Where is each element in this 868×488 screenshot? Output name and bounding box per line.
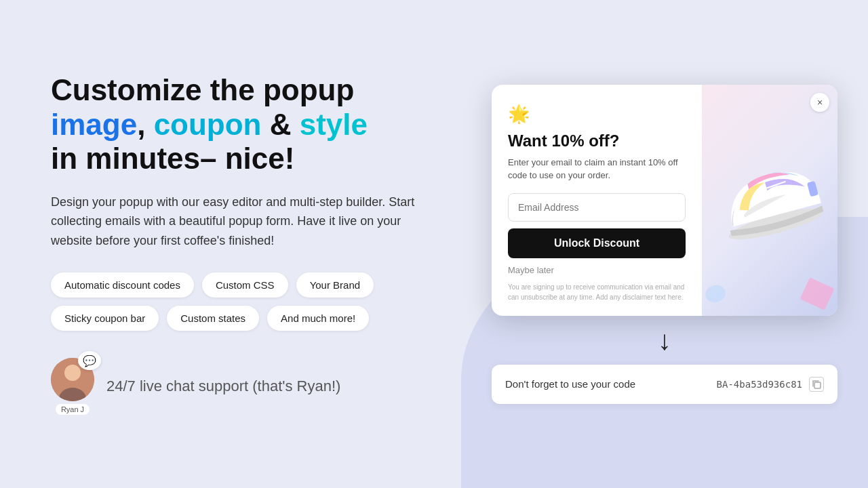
headline-and: & xyxy=(261,108,299,141)
popup-desc: Enter your email to claim an instant 10%… xyxy=(508,156,686,182)
tag-0: Automatic discount codes xyxy=(51,272,194,298)
tag-1: Custom CSS xyxy=(202,272,288,298)
avatar-label: Ryan J xyxy=(56,404,90,415)
popup-title: Want 10% off? xyxy=(508,131,686,150)
svg-rect-8 xyxy=(814,382,821,388)
headline-style: style xyxy=(300,108,368,141)
unlock-discount-button[interactable]: Unlock Discount xyxy=(508,228,686,258)
tag-5: And much more! xyxy=(267,306,369,331)
coupon-code-value: BA-4ba53d936c81 xyxy=(717,379,802,390)
tag-2: Your Brand xyxy=(296,272,374,298)
sneaker-illustration xyxy=(702,133,836,254)
popup-star-icon: 🌟 xyxy=(508,104,686,125)
coupon-bar-text: Don't forget to use your code xyxy=(505,378,635,390)
popup-left-panel: 🌟 Want 10% off? Enter your email to clai… xyxy=(492,85,702,316)
coupon-bar: Don't forget to use your code BA-4ba53d9… xyxy=(492,365,837,404)
headline: Customize the popup image, coupon & styl… xyxy=(51,73,420,176)
email-input[interactable] xyxy=(508,193,686,222)
tag-4: Custom states xyxy=(167,306,259,331)
svg-point-1 xyxy=(64,365,81,381)
headline-line1: Customize the popup xyxy=(51,73,354,106)
tag-3: Sticky coupon bar xyxy=(51,306,159,331)
popup-close-button[interactable]: × xyxy=(810,93,829,112)
headline-coupon: coupon xyxy=(154,108,262,141)
headline-line2: in minutes– nice! xyxy=(51,142,294,175)
arrow-down-indicator: ↓ xyxy=(658,327,671,354)
left-section: Customize the popup image, coupon & styl… xyxy=(0,33,461,455)
support-text: 24/7 live chat support (that's Ryan!) xyxy=(106,378,340,395)
popup-modal: × 🌟 Want 10% off? Enter your email to cl… xyxy=(492,85,837,316)
chat-bubble-icon: 💬 xyxy=(78,351,101,370)
maybe-later-link[interactable]: Maybe later xyxy=(508,265,686,275)
support-paren: (that's Ryan!) xyxy=(252,378,340,394)
subtext: Design your popup with our easy editor a… xyxy=(51,192,420,251)
popup-disclaimer: You are signing up to receive communicat… xyxy=(508,282,686,302)
coupon-code-wrapper: BA-4ba53d936c81 xyxy=(717,377,824,392)
avatar-wrapper: 💬 Ryan J xyxy=(51,358,94,415)
headline-comma: , xyxy=(137,108,153,141)
right-section: × 🌟 Want 10% off? Enter your email to cl… xyxy=(461,64,868,424)
headline-image: image xyxy=(51,108,137,141)
popup-right-panel xyxy=(702,85,837,316)
sneaker-image-container xyxy=(702,85,837,316)
copy-code-button[interactable] xyxy=(809,377,824,392)
tags-container: Automatic discount codes Custom CSS Your… xyxy=(51,272,420,331)
support-main-text: 24/7 live chat support xyxy=(106,378,252,394)
support-row: 💬 Ryan J 24/7 live chat support (that's … xyxy=(51,358,420,415)
